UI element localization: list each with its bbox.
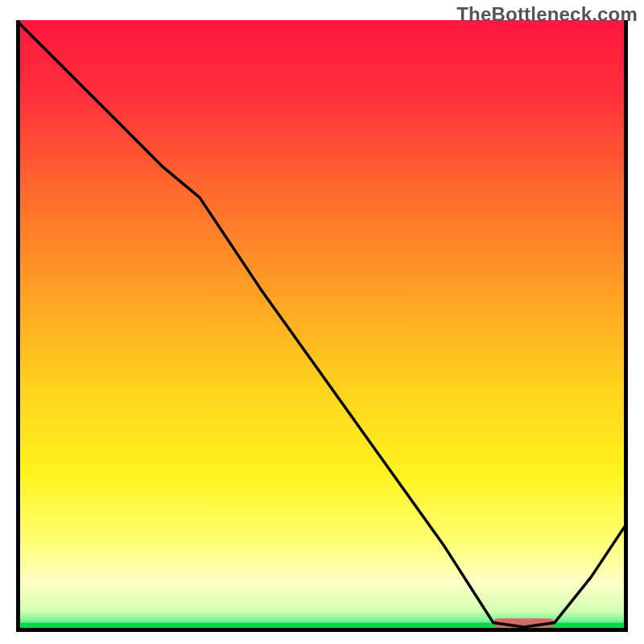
bottleneck-chart: [16, 20, 628, 632]
chart-svg: [16, 20, 628, 632]
watermark-text: TheBottleneck.com: [456, 3, 638, 26]
